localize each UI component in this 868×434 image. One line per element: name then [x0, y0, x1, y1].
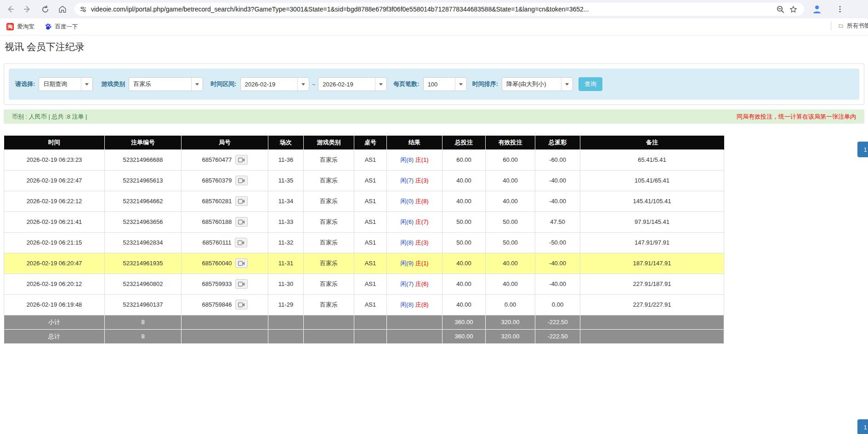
player-result: 闲(8) — [400, 239, 414, 246]
total-row-cell: 320.00 — [486, 329, 535, 343]
total-bet-link[interactable]: 40.00 — [443, 274, 486, 294]
round-video-icon[interactable] — [235, 258, 248, 268]
column-header: 结果 — [387, 136, 443, 149]
bet-id: 523214965613 — [105, 170, 182, 191]
chevron-down-icon[interactable] — [191, 78, 203, 91]
table-number: AS1 — [354, 253, 387, 274]
reload-icon[interactable] — [38, 2, 52, 17]
bookmark-taobao[interactable]: 淘 爱淘宝 — [3, 21, 38, 33]
result-cell: 闲(8) 庄(8) — [387, 294, 443, 315]
profile-avatar-icon[interactable] — [811, 3, 823, 16]
banker-result: 庄(1) — [415, 260, 429, 267]
round-cell: 685760111 — [182, 232, 268, 253]
chevron-down-icon[interactable] — [561, 78, 573, 91]
table-number: AS1 — [354, 294, 387, 315]
round-cell: 685760477 — [182, 149, 268, 170]
all-bookmarks-button[interactable]: 所有书签 — [839, 22, 868, 30]
bet-id: 523214962834 — [105, 232, 182, 253]
game-type: 百家乐 — [304, 149, 354, 170]
zoom-icon[interactable] — [774, 3, 787, 16]
total-bet-link[interactable]: 50.00 — [443, 232, 486, 253]
player-result: 闲(7) — [400, 177, 414, 184]
date-from-dropdown[interactable]: 2026-02-19 — [240, 77, 309, 91]
total-bet-link[interactable]: 40.00 — [443, 253, 486, 274]
home-icon[interactable] — [55, 2, 70, 17]
total-bet-link[interactable]: 40.00 — [443, 294, 486, 315]
game-type: 百家乐 — [304, 253, 354, 274]
total-bet-link[interactable]: 60.00 — [443, 149, 486, 170]
round-number: 685760477 — [202, 156, 232, 163]
chevron-down-icon[interactable] — [375, 78, 386, 91]
round-video-icon[interactable] — [235, 300, 248, 309]
round-video-icon[interactable] — [235, 279, 248, 289]
bookmark-star-icon[interactable] — [787, 3, 800, 16]
column-header: 时间 — [4, 136, 105, 149]
result-cell: 闲(7) 庄(3) — [387, 170, 443, 191]
total-row-cell — [182, 329, 268, 343]
round-number: 685759846 — [202, 301, 232, 308]
pagination-page-1-bottom[interactable]: 1 — [857, 419, 868, 434]
game-type: 百家乐 — [304, 294, 354, 315]
browser-menu-icon[interactable] — [835, 3, 845, 16]
player-result: 闲(8) — [400, 156, 414, 163]
round-video-icon[interactable] — [235, 196, 248, 206]
round-video-icon[interactable] — [235, 238, 247, 247]
remark: 65.41/5.41 — [580, 149, 724, 170]
page-size-dropdown[interactable]: 100 — [423, 77, 467, 91]
subtotal-row-cell — [580, 315, 724, 329]
chevron-down-icon[interactable] — [455, 78, 466, 91]
total-row-cell — [387, 329, 443, 343]
select-mode-dropdown[interactable]: 日期查询 — [39, 77, 93, 91]
column-header: 游戏类别 — [304, 136, 354, 149]
table-row: 2026-02-19 06:20:12523214960802685759933… — [4, 274, 724, 294]
subtotal-row-cell: 320.00 — [486, 315, 535, 329]
date-to-dropdown[interactable]: 2026-02-19 — [318, 77, 387, 91]
round-number: 685760281 — [202, 198, 232, 205]
session: 11-30 — [268, 274, 304, 294]
payout: -40.00 — [535, 253, 580, 274]
bet-time: 2026-02-19 06:20:47 — [4, 253, 105, 274]
round-video-icon[interactable] — [235, 176, 248, 185]
payout: -60.00 — [535, 149, 580, 170]
payout: -40.00 — [535, 170, 580, 191]
pagination-page-1-top[interactable]: 1 — [857, 142, 868, 157]
url-text[interactable]: videoie.com/ipl/portal.php/game/betrecor… — [91, 6, 774, 13]
session: 11-31 — [268, 253, 304, 274]
round-cell: 685760188 — [182, 211, 268, 232]
bookmark-label: 爱淘宝 — [17, 23, 34, 31]
chevron-down-icon[interactable] — [297, 78, 309, 91]
subtotal-row-cell: 360.00 — [443, 315, 486, 329]
table-row: 2026-02-19 06:19:48523214960137685759846… — [4, 294, 724, 315]
forward-icon[interactable] — [20, 2, 35, 17]
total-bet-link[interactable]: 40.00 — [443, 170, 486, 191]
table-number: AS1 — [354, 191, 387, 211]
round-video-icon[interactable] — [235, 155, 248, 165]
session: 11-33 — [268, 211, 304, 232]
valid-bet: 40.00 — [486, 170, 535, 191]
back-icon[interactable] — [3, 2, 17, 17]
time-sort-dropdown[interactable]: 降幂(由大到小) — [502, 77, 573, 91]
table-row: 2026-02-19 06:21:41523214963656685760188… — [4, 211, 724, 232]
total-row-cell: -222.50 — [535, 329, 580, 343]
bet-time: 2026-02-19 06:21:41 — [4, 211, 105, 232]
round-cell: 685759933 — [182, 274, 268, 294]
game-type: 百家乐 — [304, 274, 354, 294]
banker-result: 庄(8) — [415, 301, 429, 308]
total-bet-link[interactable]: 40.00 — [443, 191, 486, 211]
session: 11-35 — [268, 170, 304, 191]
round-number: 685760111 — [202, 239, 231, 246]
chevron-down-icon[interactable] — [81, 78, 92, 91]
url-bar[interactable]: videoie.com/ipl/portal.php/game/betrecor… — [74, 3, 804, 16]
round-video-icon[interactable] — [235, 217, 248, 227]
payout: 47.50 — [535, 211, 580, 232]
game-type-dropdown[interactable]: 百家乐 — [129, 77, 203, 91]
total-bet-link[interactable]: 50.00 — [443, 211, 486, 232]
remark: 227.91/227.91 — [580, 294, 724, 315]
column-header: 局号 — [182, 136, 268, 149]
page-size-label: 每页笔数: — [393, 80, 419, 88]
tune-icon[interactable] — [79, 5, 87, 13]
query-button[interactable]: 查询 — [579, 77, 602, 91]
bookmark-baidu[interactable]: 百度一下 — [41, 21, 82, 33]
subtotal-row-cell: 小计 — [4, 315, 105, 329]
remark: 187.91/147.91 — [580, 253, 724, 274]
